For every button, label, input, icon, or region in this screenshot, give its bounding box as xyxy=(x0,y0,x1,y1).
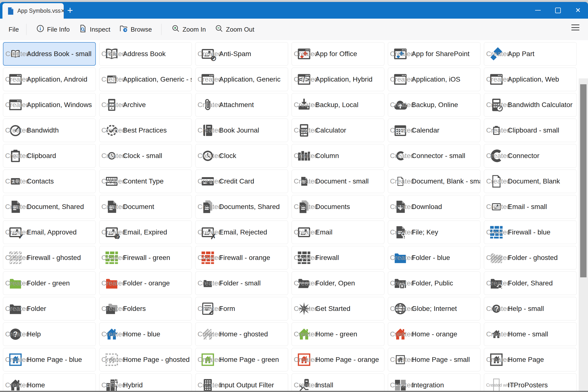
symbol-item[interactable]: Created Credit Card xyxy=(195,170,288,193)
toolbar-file-button[interactable]: File xyxy=(8,26,19,33)
watermark-text: Created xyxy=(294,279,318,287)
toolbar-inspect-button[interactable]: Inspect xyxy=(79,24,110,34)
toolbar-zoom-in-button[interactable]: Zoom In xyxy=(172,24,206,34)
symbol-item[interactable]: Created with E ITProPosters xyxy=(484,374,577,392)
symbol-item[interactable]: Created Documents, Shared xyxy=(195,195,288,218)
maximize-button[interactable] xyxy=(548,2,568,18)
symbol-item[interactable]: Created Firewall xyxy=(292,246,384,270)
symbol-item[interactable]: Created Document xyxy=(99,195,192,218)
symbol-item[interactable]: Created Application, Generic xyxy=(195,68,288,91)
symbol-item[interactable]: Created Contacts xyxy=(3,170,96,193)
tab-close-icon[interactable]: ✕ xyxy=(60,8,65,14)
symbol-item[interactable]: Created Document, Blank - small xyxy=(388,170,481,193)
symbol-item[interactable]: Created Home - blue xyxy=(99,322,192,346)
symbol-item[interactable]: Created Home - orange xyxy=(388,322,481,346)
symbol-item[interactable]: Created Connector xyxy=(484,144,577,168)
symbol-item[interactable]: Created Firewall - ghosted xyxy=(3,246,96,270)
toolbar-zoom-out-button[interactable]: Zoom Out xyxy=(215,24,254,34)
symbol-item[interactable]: Created Application, Generic - s... xyxy=(99,68,192,91)
symbol-item[interactable]: Created Document - small xyxy=(292,170,384,193)
symbol-item[interactable]: Created Input Output Filter xyxy=(195,374,288,392)
symbol-item[interactable]: Created Documents xyxy=(292,195,384,218)
symbol-item[interactable]: Created Firewall - orange xyxy=(195,246,288,270)
symbol-item[interactable]: Created Folders xyxy=(99,297,192,320)
symbol-item[interactable]: Created ✗ Email, Rejected xyxy=(195,220,288,244)
symbol-item[interactable]: Created Folder - ghosted xyxy=(484,246,577,270)
symbol-item[interactable]: Created Home - ghosted xyxy=(195,322,288,346)
new-tab-button[interactable]: + xyxy=(65,2,75,18)
symbol-item[interactable]: Created Column xyxy=(292,144,384,168)
symbol-item[interactable]: Created Clock xyxy=(195,144,288,168)
symbol-item[interactable]: Created Application, Web xyxy=(484,68,577,91)
symbol-item[interactable]: Created Form xyxy=(195,297,288,320)
symbol-item[interactable]: Created Install xyxy=(292,374,384,392)
symbol-item[interactable]: Created ✓ Email, Approved xyxy=(3,220,96,244)
symbol-item[interactable]: Created ? Help xyxy=(3,322,96,346)
symbol-item[interactable]: Created Folder - small xyxy=(195,272,288,295)
menu-button[interactable] xyxy=(571,24,580,30)
symbol-item[interactable]: Created Archive xyxy=(99,93,192,116)
symbol-item[interactable]: Created Home Page - small xyxy=(388,348,481,372)
symbol-item[interactable]: Created Attachment xyxy=(195,93,288,116)
toolbar-browse-button[interactable]: Browse xyxy=(120,24,152,34)
symbol-item[interactable]: Created Book Journal xyxy=(195,118,288,142)
symbol-item[interactable]: Created File; Key xyxy=(388,220,481,244)
symbol-item[interactable]: Created Clock - small xyxy=(99,144,192,168)
scrollbar-thumb[interactable] xyxy=(580,84,586,277)
symbol-item[interactable]: Created App Part xyxy=(484,42,577,66)
symbol-item[interactable]: Created App for SharePoint xyxy=(388,42,481,66)
symbol-item[interactable]: Created ⊘ Anti-Spam xyxy=(195,42,288,66)
tab-app-symbols[interactable]: App Symbols.vss ✕ xyxy=(2,3,64,18)
symbol-item[interactable]: Created Content Type xyxy=(99,170,192,193)
symbol-item[interactable]: Created Best Practices xyxy=(99,118,192,142)
toolbar-file-info-button[interactable]: File Info xyxy=(36,24,70,34)
symbol-item[interactable]: Created Address Book xyxy=(99,42,192,66)
symbol-item[interactable]: Created Home Page - ghosted xyxy=(99,348,192,372)
symbol-item[interactable]: Created Application, Windows xyxy=(3,93,96,116)
symbol-item[interactable]: Created Folder xyxy=(3,297,96,320)
symbol-item[interactable]: Created Clipboard xyxy=(3,144,96,168)
symbol-item[interactable]: Created Bandwidth Calculator xyxy=(484,93,577,116)
symbol-item[interactable]: Created Email xyxy=(292,220,384,244)
symbol-item[interactable]: Created Connector - small xyxy=(388,144,481,168)
symbol-item[interactable]: Created Firewall - blue xyxy=(484,220,577,244)
symbol-item[interactable]: Created Document, Blank xyxy=(484,170,577,193)
symbol-item[interactable]: Created Folder - green xyxy=(3,272,96,295)
symbol-item[interactable]: Created ? Help - small xyxy=(484,297,577,320)
symbol-item[interactable]: Created Folder - blue xyxy=(388,246,481,270)
symbol-item[interactable]: Created Email - small xyxy=(484,195,577,218)
symbol-item[interactable]: Created Download xyxy=(388,195,481,218)
symbol-item[interactable]: Created Home - small xyxy=(484,322,577,346)
symbol-item[interactable]: Created Folder, Public xyxy=(388,272,481,295)
symbol-item[interactable]: Created Backup, Local xyxy=(292,93,384,116)
symbol-item[interactable]: Created Calendar xyxy=(388,118,481,142)
symbol-item[interactable]: Created Application, Android xyxy=(3,68,96,91)
symbol-item[interactable]: Created Clipboard - small xyxy=(484,118,577,142)
scrollbar-track[interactable] xyxy=(579,78,588,392)
close-button[interactable]: ✕ xyxy=(568,2,588,18)
symbol-item[interactable]: Created Bandwidth xyxy=(3,118,96,142)
symbol-item[interactable]: Created Home Page - blue xyxy=(3,348,96,372)
symbol-item[interactable]: Created Home xyxy=(3,374,96,392)
symbol-item[interactable]: Created Folder, Open xyxy=(292,272,384,295)
symbol-item[interactable]: Created Address Book - small xyxy=(3,42,96,66)
symbol-item[interactable]: Created Globe; Internet xyxy=(388,297,481,320)
symbol-item[interactable]: Created Get Started xyxy=(292,297,384,320)
symbol-item[interactable]: Created Document, Shared xyxy=(3,195,96,218)
symbol-item[interactable]: Created Firewall - green xyxy=(99,246,192,270)
symbol-item[interactable]: Created Hybrid xyxy=(99,374,192,392)
symbol-item[interactable]: Created Folder - orange xyxy=(99,272,192,295)
symbol-item[interactable]: Created Home Page - orange xyxy=(292,348,384,372)
symbol-item[interactable]: Created App for Office xyxy=(292,42,384,66)
symbol-item[interactable]: Created Home Page xyxy=(484,348,577,372)
symbol-item[interactable]: Created Folder, Shared xyxy=(484,272,577,295)
symbol-item[interactable]: Created Calculator xyxy=(292,118,384,142)
symbol-item[interactable]: Created Application, iOS xyxy=(388,68,481,91)
symbol-item[interactable]: Created Backup, Online xyxy=(388,93,481,116)
symbol-item[interactable]: Created ♻ Email, Expired xyxy=(99,220,192,244)
symbol-item[interactable]: Created Home - green xyxy=(292,322,384,346)
symbol-item[interactable]: Created Home Page - green xyxy=(195,348,288,372)
symbol-item[interactable]: Created Integration xyxy=(388,374,481,392)
minimize-button[interactable] xyxy=(528,2,548,18)
symbol-item[interactable]: Created </> Application, Hybrid xyxy=(292,68,384,91)
